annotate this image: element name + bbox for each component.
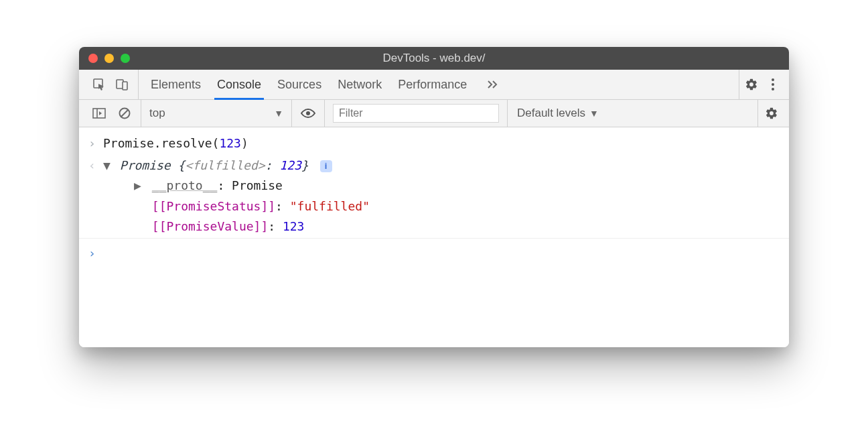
levels-label: Default levels [517, 107, 585, 120]
expand-toggle-icon[interactable]: ▼ [103, 156, 113, 176]
object-property-proto[interactable]: ▶ __proto__: Promise [103, 176, 780, 196]
tab-sources[interactable]: Sources [277, 70, 321, 99]
object-property-promise-value: [[PromiseValue]]: 123 [103, 217, 780, 237]
console-toolbar: top ▼ Default levels ▼ [79, 100, 789, 127]
context-label: top [149, 107, 165, 120]
input-chevron-icon: › [88, 133, 103, 154]
tab-network[interactable]: Network [338, 70, 382, 99]
tab-performance[interactable]: Performance [398, 70, 467, 99]
output-chevron-icon: ‹ [88, 156, 103, 176]
console-entry-input: › Promise.resolve(123) [79, 133, 789, 155]
object-property-promise-status: [[PromiseStatus]]: "fulfilled" [103, 196, 780, 217]
tab-elements[interactable]: Elements [151, 70, 201, 99]
svg-point-10 [306, 111, 310, 115]
kebab-menu-icon[interactable] [764, 75, 782, 94]
console-prompt[interactable]: › [79, 243, 789, 265]
console-sidebar-toggle-icon[interactable] [90, 104, 108, 123]
device-toolbar-icon[interactable] [113, 75, 131, 94]
minimize-window-button[interactable] [104, 54, 114, 63]
info-badge-icon[interactable]: i [320, 160, 332, 172]
chevron-down-icon: ▼ [589, 108, 599, 119]
live-expression-icon[interactable] [299, 104, 317, 123]
svg-point-5 [772, 88, 774, 90]
clear-console-icon[interactable] [115, 104, 134, 123]
console-settings-icon[interactable] [762, 104, 781, 123]
expand-toggle-icon[interactable]: ▶ [134, 176, 145, 196]
chevron-down-icon: ▼ [274, 108, 283, 119]
svg-point-4 [772, 83, 774, 86]
settings-icon[interactable] [742, 75, 761, 94]
console-entry-result: ‹ ▼ Promise {<fulfilled>: 123} i ▶ __pro… [79, 155, 789, 239]
inspect-element-icon[interactable] [90, 75, 108, 94]
prompt-input[interactable] [103, 243, 780, 264]
input-code[interactable]: Promise.resolve(123) [103, 133, 780, 154]
execution-context-selector[interactable]: top ▼ [141, 100, 292, 127]
window-title: DevTools - web.dev/ [79, 52, 789, 65]
svg-line-9 [121, 110, 128, 117]
log-levels-selector[interactable]: Default levels ▼ [508, 107, 608, 120]
more-tabs-button[interactable] [483, 70, 504, 99]
filter-input[interactable] [333, 104, 499, 123]
window-titlebar: DevTools - web.dev/ [79, 47, 789, 70]
tab-console[interactable]: Console [217, 70, 261, 99]
object-summary[interactable]: ▼ Promise {<fulfilled>: 123} i [103, 156, 780, 176]
traffic-lights [88, 54, 130, 63]
panel-tabs: Elements Console Sources Network Perform… [144, 70, 511, 99]
svg-rect-2 [123, 82, 127, 90]
zoom-window-button[interactable] [121, 54, 130, 63]
svg-point-3 [772, 78, 774, 81]
devtools-window: DevTools - web.dev/ Elements Console Sou… [79, 47, 789, 347]
prompt-chevron-icon: › [88, 243, 103, 264]
console-output: › Promise.resolve(123) ‹ ▼ Promise {<ful… [79, 127, 789, 347]
close-window-button[interactable] [88, 54, 98, 63]
main-tabstrip: Elements Console Sources Network Perform… [79, 70, 789, 100]
